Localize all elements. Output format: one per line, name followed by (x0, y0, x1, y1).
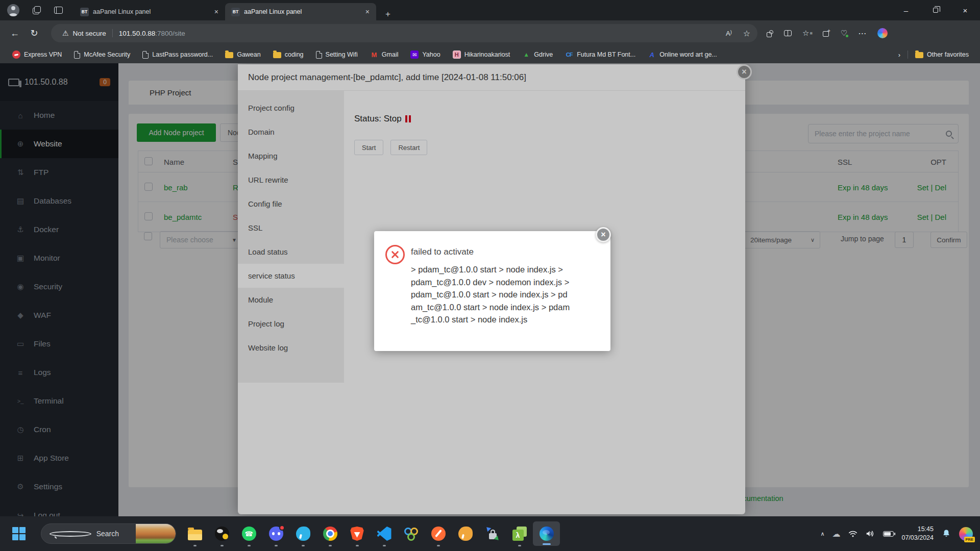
tab-title: aaPanel Linux panel (93, 8, 209, 15)
postman-icon[interactable] (425, 520, 452, 547)
pinned-apps: ☎ λ (181, 520, 560, 547)
start-button[interactable] (12, 527, 26, 540)
divider (908, 51, 908, 59)
bookmarks-overflow-chevron-icon[interactable]: › (898, 51, 900, 59)
discord-icon[interactable] (262, 520, 289, 547)
back-button[interactable]: ← (5, 28, 24, 39)
address-bar[interactable]: ⚠ Not secure 101.50.0.88 :7800/site A) ☆ (51, 24, 757, 42)
goldwave-icon[interactable] (208, 520, 235, 547)
clock[interactable]: 15:45 07/03/2024 (901, 525, 934, 542)
tray-overflow-chevron-icon[interactable]: ∧ (820, 531, 824, 537)
collections-icon[interactable] (823, 30, 830, 37)
split-screen-icon[interactable] (784, 30, 792, 36)
onedrive-icon[interactable]: ☁ (832, 529, 840, 539)
error-icon (385, 245, 405, 264)
page-icon (74, 51, 80, 59)
folder-icon (225, 52, 233, 58)
bookmark-mcafee[interactable]: McAfee Security (74, 51, 130, 59)
pre-badge: PRE (964, 537, 975, 542)
gmail-icon: M (370, 51, 378, 59)
copilot-icon[interactable] (877, 28, 888, 38)
search-icon (50, 531, 91, 537)
time: 15:45 (901, 525, 934, 534)
new-tab-button[interactable]: + (381, 8, 395, 20)
url-host: 101.50.0.88 (119, 30, 155, 37)
whatsapp-icon[interactable]: ☎ (235, 520, 262, 547)
bookmark-gdrive[interactable]: ▲Gdrive (522, 51, 553, 59)
taskbar-search[interactable]: Search (41, 523, 176, 544)
navicat-icon[interactable] (398, 520, 425, 547)
error-log: > pdam_tc@1.0.0 start > node index.js > … (411, 263, 570, 326)
gdrive-icon: ▲ (522, 51, 530, 59)
dbeaver-elephant-icon[interactable] (452, 520, 479, 547)
wifi-icon[interactable] (848, 530, 858, 538)
expressvpn-icon (12, 51, 20, 59)
extensions-icon[interactable] (767, 30, 773, 37)
browser-toolbar: ← ↻ ⚠ Not secure 101.50.0.88 :7800/site … (0, 20, 980, 46)
other-favorites[interactable]: Other favorites (915, 51, 969, 58)
divider (112, 29, 113, 37)
idm-lock-icon[interactable] (479, 520, 506, 547)
minimize-button[interactable]: – (891, 0, 921, 20)
bookmark-word-art[interactable]: AOnline word art ge... (648, 51, 717, 59)
bookmark-setting-wifi[interactable]: Setting Wifi (316, 51, 358, 59)
h-badge-icon: H (453, 51, 461, 59)
word-art-icon: A (648, 51, 656, 59)
translator-lambda-icon[interactable]: λ (506, 520, 533, 547)
cf-icon: CF (565, 51, 573, 59)
bookmark-futura-font[interactable]: CFFutura Md BT Font... (565, 51, 635, 59)
vscode-icon[interactable] (371, 520, 398, 547)
profile-avatar-icon[interactable] (7, 4, 19, 16)
brave-icon[interactable] (344, 520, 371, 547)
browser-tab-2-active[interactable]: BT aaPanel Linux panel × (225, 3, 376, 20)
tab-title: aaPanel Linux panel (244, 8, 360, 15)
folder-icon (273, 52, 281, 58)
bookmark-folder-coding[interactable]: coding (273, 51, 304, 58)
refresh-button[interactable]: ↻ (24, 28, 44, 39)
volume-icon[interactable] (866, 530, 875, 538)
bookmarks-bar: Express VPN McAfee Security LastPass pas… (0, 46, 980, 63)
favorites-icon[interactable]: ☆≡ (802, 29, 812, 38)
aapanel-favicon: BT (80, 8, 89, 16)
restore-icon (933, 8, 938, 13)
workspaces-icon[interactable] (33, 6, 41, 14)
bookmark-yahoo[interactable]: ✉Yahoo (410, 51, 440, 59)
tab-strip: BT aaPanel Linux panel × BT aaPanel Linu… (74, 0, 395, 20)
system-tray: ∧ ☁ 15:45 07/03/2024 PRE (820, 525, 980, 542)
bookmark-gmail[interactable]: MGmail (370, 51, 399, 59)
tab-close-icon[interactable]: × (364, 8, 371, 16)
date: 07/03/2024 (901, 534, 934, 542)
url-path: :7800/site (155, 30, 185, 37)
not-secure-warning-icon: ⚠ (62, 29, 69, 37)
page-viewport: 101.50.0.88 0 ⌂Home ⊕Website ⇅FTP ▤Datab… (0, 63, 980, 516)
edge-icon[interactable] (533, 521, 560, 546)
windows-taskbar: Search ☎ λ ∧ ☁ 15:45 07/03/202 (0, 516, 980, 551)
bookmark-expressvpn[interactable]: Express VPN (12, 51, 62, 59)
battery-icon[interactable] (883, 531, 894, 537)
tab-close-icon[interactable]: × (213, 8, 220, 16)
error-title: failed to activate (411, 247, 474, 257)
error-popup: × failed to activate > pdam_tc@1.0.0 sta… (374, 231, 610, 351)
window-controls: – × (891, 0, 980, 20)
favorite-star-icon[interactable]: ☆ (743, 29, 750, 38)
read-aloud-icon[interactable]: A) (726, 30, 732, 37)
bookmark-hikarinoakariost[interactable]: HHikarinoakariost (453, 51, 510, 59)
yahoo-mail-icon: ✉ (410, 51, 419, 59)
notification-bell-icon[interactable] (941, 529, 951, 539)
not-secure-label[interactable]: Not secure (73, 30, 106, 37)
file-explorer-icon[interactable] (181, 520, 208, 547)
chrome-icon[interactable] (316, 520, 344, 547)
browser-essentials-icon[interactable]: ♡ (841, 29, 847, 38)
tab-actions-icon[interactable] (54, 7, 63, 14)
browser-tab-1[interactable]: BT aaPanel Linux panel × (74, 3, 225, 20)
close-window-button[interactable]: × (950, 0, 980, 20)
popup-close-button[interactable]: × (596, 227, 611, 242)
settings-more-icon[interactable]: ⋯ (858, 29, 867, 38)
copilot-pre-icon[interactable]: PRE (959, 527, 973, 541)
restore-button[interactable] (921, 0, 950, 20)
bookmark-folder-gawean[interactable]: Gawean (225, 51, 261, 58)
aapanel-favicon: BT (231, 8, 240, 16)
search-highlight-image[interactable] (136, 523, 176, 544)
postgres-elephant-icon[interactable] (289, 520, 316, 547)
bookmark-lastpass[interactable]: LastPass password... (142, 51, 213, 59)
